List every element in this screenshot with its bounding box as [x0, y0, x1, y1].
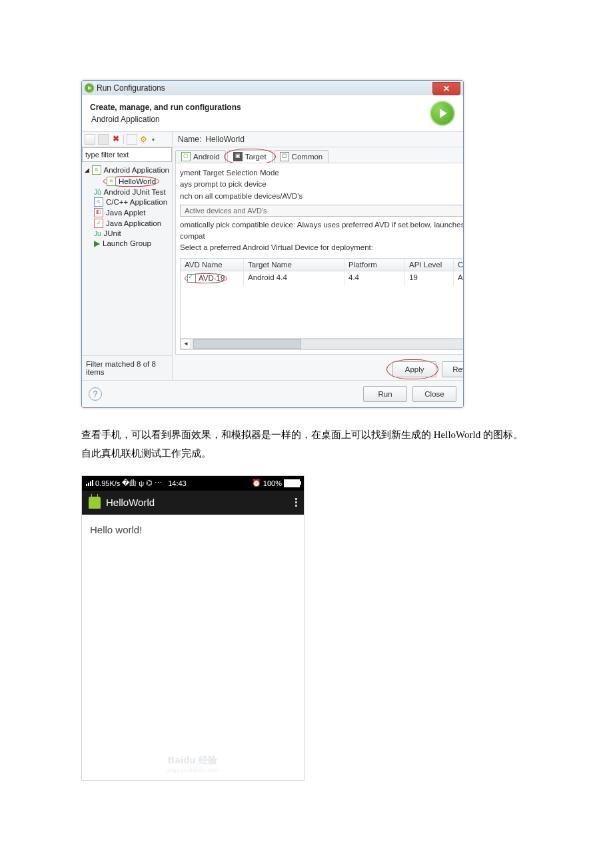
cell-platform: 4.4 — [344, 271, 405, 286]
close-button[interactable]: Close — [412, 386, 456, 402]
alarm-icon: ⏰ — [252, 479, 261, 487]
collapse-icon[interactable] — [127, 134, 137, 145]
cell-api-level: 19 — [405, 271, 454, 286]
tree-item-helloworld[interactable]: a HelloWorld — [83, 175, 171, 187]
delete-icon[interactable]: ✖ — [111, 135, 121, 144]
footer: ? Run Close — [82, 380, 463, 407]
cell-avd-name: AVD-19 — [199, 274, 225, 282]
tree-item-java-app[interactable]: J Java Application — [83, 218, 171, 229]
th-avd-name[interactable]: AVD Name — [181, 259, 244, 271]
status-bar: 0.95K/s �曲 ψ ⌬ ⋯ 14:43 ⏰ 100% — [82, 476, 304, 491]
java-app-icon: J — [94, 219, 103, 228]
panel-line4: omatically pick compatible device: Alway… — [180, 219, 464, 243]
tabs: ▢ Android ▣ Target ▢ Common — [173, 147, 464, 163]
titlebar[interactable]: Run Configurations ✕ — [82, 81, 463, 95]
panel-line5: Select a preferred Android Virtual Devic… — [180, 242, 464, 253]
filter-icon[interactable]: ⚙ — [140, 135, 149, 144]
scroll-left-button[interactable]: ◄ — [181, 339, 191, 349]
cell-cpu: ARM — [454, 271, 464, 286]
avd-checkbox[interactable] — [187, 274, 196, 283]
duplicate-icon[interactable] — [98, 134, 109, 145]
name-row: Name: HelloWorld — [173, 132, 464, 147]
tab-common[interactable]: ▢ Common — [274, 150, 329, 163]
th-api-level[interactable]: API Level — [405, 259, 454, 271]
hscrollbar[interactable]: ◄ ► — [181, 338, 464, 349]
header-subtitle: Android Application — [91, 115, 241, 124]
target-panel: yment Target Selection Mode ays prompt t… — [175, 163, 464, 355]
help-icon[interactable]: ? — [89, 387, 102, 401]
panel-line1: yment Target Selection Mode — [180, 167, 464, 179]
config-tree: ◢ a Android Application a HelloWorld Jů … — [82, 162, 172, 355]
tree-item-cpp[interactable]: c C/C++ Application — [83, 197, 171, 207]
cpp-icon: c — [94, 197, 103, 207]
phone-body: Hello world! — [82, 515, 304, 545]
left-pane: ✖ ⚙ ▾ ◢ a Android Application a — [82, 132, 173, 380]
status-speed: 0.95K/s — [95, 479, 120, 487]
apply-button[interactable]: Apply — [392, 361, 436, 377]
name-label: Name: — [178, 135, 201, 144]
left-toolbar: ✖ ⚙ ▾ — [82, 132, 172, 147]
signal-icon — [86, 480, 93, 486]
run-button[interactable]: Run — [363, 386, 407, 402]
run-configurations-window: Run Configurations ✕ Create, manage, and… — [81, 80, 464, 408]
right-pane: Name: HelloWorld ▢ Android ▣ Target ▢ — [173, 132, 464, 380]
apply-revert-row: Apply Revert — [173, 357, 464, 380]
overflow-menu-icon[interactable] — [295, 498, 297, 507]
launch-group-icon: ▶ — [94, 239, 100, 248]
android-tab-icon: ▢ — [181, 152, 191, 161]
tab-android[interactable]: ▢ Android — [175, 150, 226, 163]
app-icon — [89, 497, 101, 509]
big-run-icon — [430, 101, 455, 126]
active-devices-dropdown[interactable]: Active devices and AVD's — [180, 205, 464, 217]
dropdown-arrow-icon[interactable]: ▾ — [152, 137, 155, 143]
tree-item-java-applet[interactable]: ◧ Java Applet — [83, 207, 171, 218]
tab-target[interactable]: ▣ Target — [227, 150, 273, 163]
more-icon: ⋯ — [155, 479, 162, 487]
phone-screenshot: 0.95K/s �曲 ψ ⌬ ⋯ 14:43 ⏰ 100% HelloWorld… — [81, 475, 305, 781]
window-close-button[interactable]: ✕ — [432, 82, 460, 95]
tree-item-android-junit[interactable]: Jů Android JUnit Test — [83, 187, 171, 197]
header: Create, manage, and run configurations A… — [82, 95, 463, 132]
app-title: HelloWorld — [106, 497, 155, 508]
tree-item-android-app[interactable]: ◢ a Android Application — [83, 165, 171, 175]
cell-target-name: Android 4.4 — [244, 271, 344, 286]
table-row[interactable]: AVD-19 Android 4.4 4.4 19 ARM — [181, 271, 464, 286]
android-app-icon: a — [92, 165, 101, 175]
th-platform[interactable]: Platform — [344, 259, 405, 271]
target-tab-icon: ▣ — [233, 152, 243, 161]
new-icon[interactable] — [85, 134, 95, 145]
revert-button[interactable]: Revert — [442, 361, 464, 377]
filter-status: Filter matched 8 of 8 items — [82, 355, 172, 380]
wifi-icon: �曲 — [122, 478, 137, 488]
panel-line3: nch on all compatible devices/AVD's — [180, 191, 464, 202]
battery-icon — [284, 479, 300, 487]
table-header: AVD Name Target Name Platform API Level … — [181, 259, 464, 271]
hello-text: Hello world! — [90, 524, 142, 535]
tree-item-junit[interactable]: Ju JUnit — [83, 229, 171, 238]
th-target-name[interactable]: Target Name — [244, 259, 344, 271]
doc-paragraph: 查看手机，可以看到界面效果，和模拟器是一样的，在桌面上可以找到新生成的 Hell… — [81, 425, 532, 463]
status-time: 14:43 — [168, 479, 187, 487]
bug-icon: ⌬ — [146, 479, 153, 487]
psi-icon: ψ — [139, 479, 144, 487]
watermark: Baidu 经验 jingyan.baidu.com — [82, 755, 304, 773]
app-bar: HelloWorld — [82, 491, 304, 515]
name-value[interactable]: HelloWorld — [205, 135, 464, 144]
common-tab-icon: ▢ — [280, 152, 289, 161]
applet-icon: ◧ — [94, 208, 103, 217]
filter-input[interactable] — [82, 147, 172, 162]
panel-line2: ays prompt to pick device — [180, 179, 464, 190]
run-icon — [85, 83, 94, 93]
th-cpu[interactable]: CPU/A — [454, 259, 464, 271]
avd-table: AVD Name Target Name Platform API Level … — [180, 258, 464, 350]
android-config-icon: a — [107, 177, 116, 186]
status-battery: 100% — [263, 479, 282, 487]
tree-item-launch-group[interactable]: ▶ Launch Group — [83, 238, 171, 249]
header-title: Create, manage, and run configurations — [90, 103, 241, 112]
window-title: Run Configurations — [97, 83, 165, 93]
